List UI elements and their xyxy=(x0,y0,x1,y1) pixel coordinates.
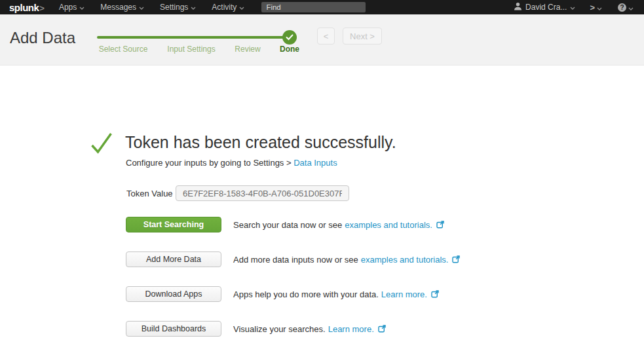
splunk-logo-text: splunk xyxy=(9,2,39,13)
back-button[interactable]: < xyxy=(317,28,335,45)
progress-line xyxy=(97,36,284,39)
external-link-icon[interactable] xyxy=(452,255,460,265)
start-searching-button[interactable]: Start Searching xyxy=(126,217,221,232)
add-more-data-button[interactable]: Add More Data xyxy=(126,251,221,267)
external-link-icon[interactable] xyxy=(431,290,439,300)
topnav-right: David Cra... > ? xyxy=(514,1,644,13)
action-row-start-searching: Start Searching Search your data now or … xyxy=(126,217,444,232)
build-dashboards-button[interactable]: Build Dashboards xyxy=(126,321,221,337)
step-select-source: Select Source xyxy=(99,45,148,54)
step-done: Done xyxy=(280,45,299,54)
desc-text: Add more data inputs now or see xyxy=(233,255,358,265)
desc-text: Search your data now or see xyxy=(233,220,342,230)
success-heading: Token has been created successfully. xyxy=(125,133,396,152)
data-inputs-link[interactable]: Data Inputs xyxy=(294,158,337,168)
menu-messages[interactable]: Messages xyxy=(100,3,144,12)
menu-apps-label: Apps xyxy=(59,3,77,12)
share-icon: > xyxy=(590,3,595,12)
examples-tutorials-link[interactable]: examples and tutorials. xyxy=(345,220,432,230)
action-desc: Add more data inputs now or see examples… xyxy=(233,255,460,265)
user-icon xyxy=(514,2,522,12)
step-done-icon xyxy=(282,30,297,45)
menu-settings[interactable]: Settings xyxy=(160,3,196,12)
success-subheading: Configure your inputs by going to Settin… xyxy=(126,158,337,168)
help-menu[interactable]: ? xyxy=(618,1,634,13)
action-row-add-more-data: Add More Data Add more data inputs now o… xyxy=(126,251,460,267)
learn-more-link[interactable]: Learn more. xyxy=(381,289,427,299)
token-value-label: Token Value xyxy=(126,189,173,198)
chevron-down-icon xyxy=(79,3,85,12)
page-title: Add Data xyxy=(10,29,75,47)
splunk-logo-chevron: > xyxy=(39,3,45,13)
step-review: Review xyxy=(235,45,260,54)
learn-more-link[interactable]: Learn more. xyxy=(328,324,374,334)
chevron-down-icon xyxy=(239,3,244,12)
user-name: David Cra... xyxy=(525,3,567,12)
success-check-icon xyxy=(90,132,113,158)
chevron-down-icon xyxy=(597,1,602,13)
wizard-header: Add Data Select Source Input Settings Re… xyxy=(0,14,644,65)
subheading-text: Configure your inputs by going to Settin… xyxy=(126,158,294,168)
external-link-icon[interactable] xyxy=(436,221,444,231)
chevron-down-icon xyxy=(570,3,575,12)
examples-tutorials-link[interactable]: examples and tutorials. xyxy=(361,255,449,265)
find-search-input[interactable] xyxy=(261,2,366,12)
next-button[interactable]: Next > xyxy=(343,28,382,45)
token-value-field[interactable] xyxy=(176,185,349,201)
external-link-icon[interactable] xyxy=(378,325,386,335)
action-row-build-dashboards: Build Dashboards Visualize your searches… xyxy=(126,321,386,337)
menu-activity-label: Activity xyxy=(212,3,237,12)
step-input-settings: Input Settings xyxy=(167,45,215,54)
user-menu[interactable]: David Cra... xyxy=(514,2,575,12)
action-desc: Visualize your searches. Learn more. xyxy=(233,324,386,334)
help-icon: ? xyxy=(618,3,626,12)
splunk-logo[interactable]: splunk > xyxy=(9,2,45,13)
chevron-down-icon xyxy=(191,3,196,12)
menu-apps[interactable]: Apps xyxy=(59,3,85,12)
action-desc: Search your data now or see examples and… xyxy=(233,220,444,230)
desc-text: Visualize your searches. xyxy=(233,324,326,334)
menu-settings-label: Settings xyxy=(160,3,188,12)
action-desc: Apps help you do more with your data. Le… xyxy=(233,289,439,299)
action-row-download-apps: Download Apps Apps help you do more with… xyxy=(126,286,439,302)
top-navbar: splunk > Apps Messages Settings Activity… xyxy=(0,0,644,14)
chevron-down-icon xyxy=(139,3,144,12)
menu-messages-label: Messages xyxy=(100,3,136,12)
download-apps-button[interactable]: Download Apps xyxy=(126,286,221,302)
chevron-down-icon xyxy=(628,1,634,13)
share-menu[interactable]: > xyxy=(590,1,602,13)
desc-text: Apps help you do more with your data. xyxy=(233,289,379,299)
menu-activity[interactable]: Activity xyxy=(212,3,244,12)
